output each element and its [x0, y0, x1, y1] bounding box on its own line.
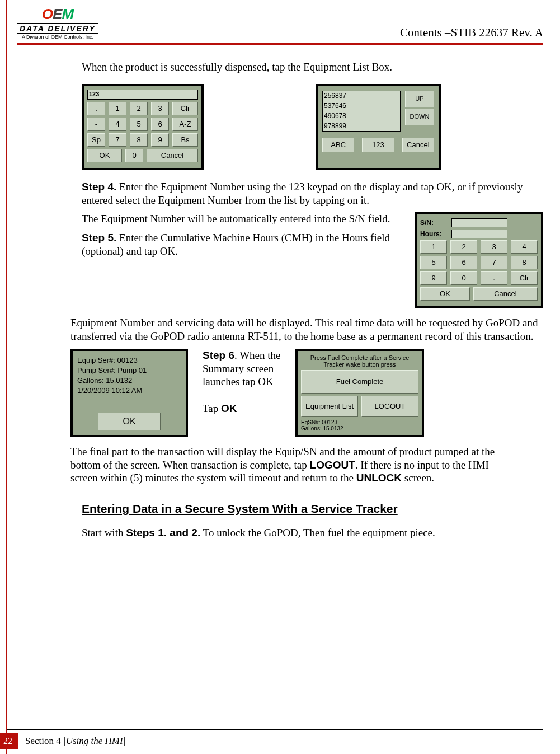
keypad-display-label: 123: [89, 91, 99, 97]
document-title: Contents –STIB 22637 Rev. A: [400, 26, 543, 40]
sn-btn: 6: [450, 256, 477, 269]
logo-mid: DATA DELIVERY: [17, 23, 98, 34]
keypad-btn: 7: [109, 133, 126, 147]
page-footer: 22 Section 4 |Using the HMI|: [7, 729, 543, 749]
down-button: DOWN: [405, 109, 434, 125]
keypad-btn: Clr: [172, 102, 198, 115]
keypad-btn: 4: [109, 118, 126, 131]
fuel-msg: Press Fuel Complete after a Service Trac…: [301, 354, 418, 368]
fuel-status-line: Gallons: 15.0132: [301, 425, 418, 432]
sn-btn: 5: [420, 256, 447, 269]
keypad-btn: 5: [130, 118, 148, 131]
figure-row-2: Equip Ser#: 00123 Pump Ser#: Pump 01 Gal…: [70, 349, 543, 437]
hmi-keypad-screenshot: 123 . 1 2 3 Clr - 4 5 6 A-Z Sp 7: [82, 84, 204, 170]
keypad-cancel: Cancel: [147, 149, 198, 162]
keypad-btn: Bs: [172, 133, 198, 147]
logo: OEM DATA DELIVERY A Division of OEM Cont…: [17, 6, 98, 40]
keypad-btn: 9: [151, 133, 169, 147]
up-button: UP: [405, 91, 434, 107]
footer-title: |Using the HMI|: [63, 736, 125, 746]
section-heading: Entering Data in a Secure System With a …: [82, 502, 543, 516]
summary-ok: OK: [98, 413, 161, 430]
sn-btn: 7: [481, 256, 507, 269]
sn-btn: 1: [420, 240, 447, 254]
sn-btn: 8: [511, 256, 538, 269]
hmi-sn-screenshot: S/N: Hours: 1 2 3 4 5 6 7 8 9 0 . Clr OK: [415, 212, 543, 308]
tap-ok: OK: [221, 402, 237, 414]
figure-row-1: 123 . 1 2 3 Clr - 4 5 6 A-Z Sp 7: [82, 84, 543, 170]
step-5-text: Enter the Cumulative Machine Hours (CMH)…: [82, 232, 390, 257]
logo-sub: A Division of OEM Controls, Inc.: [22, 34, 93, 40]
hmi-list-screenshot: 256837 537646 490678 978899 UP DOWN ABC …: [316, 84, 441, 170]
step-4-label: Step 4.: [82, 181, 116, 193]
footer-section: Section 4: [25, 736, 63, 746]
step-6-label: Step 6: [203, 349, 234, 361]
sn-btn: .: [481, 271, 507, 285]
list-item: 978899: [323, 121, 400, 132]
keypad-btn: 1: [109, 102, 126, 115]
logout-button: LOGOUT: [361, 396, 418, 417]
tap-text: Tap: [203, 402, 221, 414]
abc-button: ABC: [322, 138, 354, 152]
sn-cancel: Cancel: [473, 287, 538, 301]
sn-btn: 2: [450, 240, 477, 254]
summary-line: 1/20/2009 10:12 AM: [77, 386, 181, 396]
hmi-fuel-screenshot: Press Fuel Complete after a Service Trac…: [295, 349, 424, 437]
summary-line: Pump Ser#: Pump 01: [77, 366, 181, 376]
summary-line: Gallons: 15.0132: [77, 376, 181, 386]
hmi-summary-screenshot: Equip Ser#: 00123 Pump Ser#: Pump 01 Gal…: [70, 349, 188, 437]
intro-text: When the product is successfully dispens…: [82, 60, 543, 74]
final-paragraph: The final part to the transaction will d…: [70, 445, 543, 485]
keypad-ok: OK: [87, 149, 122, 162]
main-content: When the product is successfully dispens…: [17, 60, 543, 540]
sn-btn: 3: [481, 240, 507, 254]
keypad-btn: 2: [130, 102, 148, 115]
fuel-complete-button: Fuel Complete: [301, 370, 418, 394]
equipment-list-button: Equipment List: [301, 396, 358, 417]
step-4-text: Enter the Equipment Number using the 123…: [82, 181, 523, 206]
step-4: Step 4. Enter the Equipment Number using…: [82, 180, 543, 207]
sn-label: S/N:: [420, 219, 451, 227]
list-item: 256837: [323, 91, 400, 101]
step-5-label: Step 5.: [82, 232, 116, 243]
hours-label: Hours:: [420, 230, 451, 238]
keypad-btn: 0: [125, 149, 143, 162]
sn-ok: OK: [420, 287, 470, 301]
cancel-button: Cancel: [402, 138, 434, 152]
keypad-btn: 6: [151, 118, 169, 131]
page-header: OEM DATA DELIVERY A Division of OEM Cont…: [17, 0, 543, 45]
keypad-btn: -: [87, 118, 105, 131]
keypad-btn: .: [87, 102, 105, 115]
start-steps-text: Start with Steps 1. and 2. To unlock the…: [82, 526, 543, 540]
123-button: 123: [362, 138, 394, 152]
fuel-status-line: EqSN#: 00123: [301, 419, 418, 425]
page-number: 22: [0, 733, 18, 749]
equip-paragraph: Equipment Number and servicing data will…: [70, 316, 543, 343]
list-item: 537646: [323, 101, 400, 111]
sn-btn: Clr: [511, 271, 538, 285]
keypad-btn: Sp: [87, 133, 105, 147]
sn-btn: 9: [420, 271, 447, 285]
keypad-btn: 3: [151, 102, 169, 115]
keypad-btn: 8: [130, 133, 148, 147]
sn-btn: 0: [450, 271, 477, 285]
keypad-btn: A-Z: [172, 118, 198, 131]
summary-line: Equip Ser#: 00123: [77, 355, 181, 366]
step-6-block: Step 6. When the Summary screen launches…: [203, 349, 281, 415]
sn-btn: 4: [511, 240, 538, 254]
list-item: 490678: [323, 111, 400, 121]
